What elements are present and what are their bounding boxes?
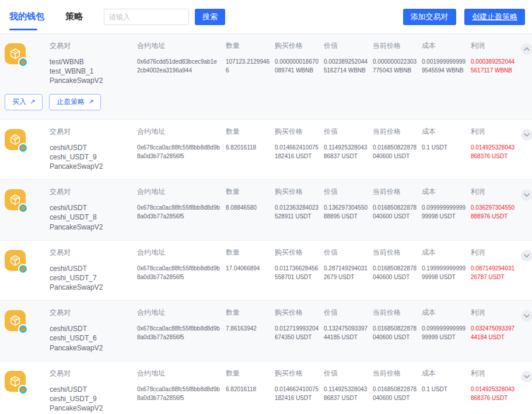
pair-row: 交易对 ceshi/USDT ceshi_USDT_9 PancakeSwapV… xyxy=(0,120,532,180)
row-expanded-actions: 买入 ↗ 止盈策略 ↗ xyxy=(5,94,527,119)
contract-address: 0x678cca0ac88fc55f8bb8d8d9b8a0d3b77a2856… xyxy=(137,264,220,281)
tab-strategy[interactable]: 策略 xyxy=(65,0,83,33)
amount-value: 6.82016118 xyxy=(226,143,271,152)
amount-column-label: 数量 xyxy=(226,41,271,51)
token-cube-icon xyxy=(5,43,26,64)
current-price-cell: 当前价格 0.016850822878040600 USDT xyxy=(373,305,422,342)
chevron-down-icon xyxy=(524,314,530,318)
value-column-label: 价值 xyxy=(324,187,369,197)
buy-price-column-label: 购买价格 xyxy=(275,368,320,378)
amount-column-label: 数量 xyxy=(226,248,271,258)
tab-my-wallet[interactable]: 我的钱包 xyxy=(9,0,44,33)
amount-cell: 数量 6.82016118 xyxy=(226,124,275,152)
token-cube-icon xyxy=(5,250,26,271)
cost-cell: 成本 0.09999999999999999 USDT xyxy=(422,305,471,342)
cost-cell: 成本 0.1 USDT xyxy=(422,366,471,394)
pair-row: 交易对 test/WBNB test_WBNB_1 PancakeSwapV2 … xyxy=(0,34,532,120)
expand-toggle-button[interactable] xyxy=(521,371,532,382)
buy-button-label: 买入 xyxy=(12,97,26,107)
value-column-label: 价值 xyxy=(324,127,369,137)
pair-dex: PancakeSwapV2 xyxy=(50,222,131,232)
pair-dex: PancakeSwapV2 xyxy=(50,403,131,413)
amount-value: 17.04066894 xyxy=(226,264,271,273)
buy-price-cell: 购买价格 0.012363284023528911 USDT xyxy=(275,185,324,221)
top-actions: 添加交易对 创建止盈策略 xyxy=(397,9,525,25)
value-value: 0.13247509339744185 USDT xyxy=(324,324,369,342)
amount-cell: 数量 8.08846580 xyxy=(226,185,275,212)
pair-row-main: 交易对 test/WBNB test_WBNB_1 PancakeSwapV2 … xyxy=(5,34,527,94)
chevron-down-icon xyxy=(524,133,530,137)
current-price-value: 0.016850822878040600 USDT xyxy=(373,385,418,402)
buy-price-value: 0.000000018670089741 WBNB xyxy=(275,57,320,75)
cost-cell: 成本 0.09999999999999998 USDT xyxy=(422,185,471,221)
external-link-arrow-icon: ↗ xyxy=(88,99,93,105)
profit-cell: 利润 0.014925328043868376 USDT xyxy=(471,366,520,402)
pair-column-label: 交易对 xyxy=(50,248,131,258)
value-value: 0.11492532804386837 USDT xyxy=(324,385,369,402)
current-price-column-label: 当前价格 xyxy=(373,248,418,258)
chevron-cell xyxy=(521,245,532,262)
pair-column-label: 交易对 xyxy=(50,41,131,51)
value-cell: 价值 0.0023892520445162714 WBNB xyxy=(324,39,373,75)
current-price-cell: 当前价格 0.016850822878040600 USDT xyxy=(373,366,422,402)
pair-row: 交易对 ceshi/USDT ceshi_USDT_7 PancakeSwapV… xyxy=(0,241,532,301)
pair-symbol: ceshi/USDT xyxy=(50,264,131,273)
cost-cell: 成本 0.19999999999999998 USDT xyxy=(422,245,471,281)
current-price-value: 0.016850822878040600 USDT xyxy=(373,143,418,161)
current-price-cell: 当前价格 0.016850822878040600 USDT xyxy=(373,124,422,161)
pair-symbol: ceshi/USDT xyxy=(50,324,131,333)
buy-price-value: 0.012363284023528911 USDT xyxy=(275,203,320,221)
current-price-value: 0.016850822878040600 USDT xyxy=(373,203,418,221)
chevron-cell xyxy=(521,185,532,201)
value-cell: 价值 0.11492532804386837 USDT xyxy=(324,124,373,161)
profit-value: 0.036297304550888976 USDT xyxy=(471,203,516,221)
profit-column-label: 利润 xyxy=(471,41,516,51)
contract-column-label: 合约地址 xyxy=(137,248,220,258)
search-button[interactable]: 搜索 xyxy=(195,9,225,25)
cost-value: 0.1 USDT xyxy=(422,143,467,152)
add-pair-button[interactable]: 添加交易对 xyxy=(403,9,456,25)
pair-row-main: 交易对 ceshi/USDT ceshi_USDT_6 PancakeSwapV… xyxy=(5,301,527,361)
pair-alias: ceshi_USDT_9 xyxy=(50,394,131,403)
expand-toggle-button[interactable] xyxy=(521,250,532,262)
cost-value: 0.09999999999999999 USDT xyxy=(422,324,467,342)
buy-price-value: 0.012719993204674350 USDT xyxy=(275,324,320,342)
contract-cell: 合约地址 0x678cca0ac88fc55f8bb8d8d9b8a0d3b77… xyxy=(137,124,226,161)
contract-column-label: 合约地址 xyxy=(137,127,220,137)
current-price-cell: 当前价格 0.016850822878040600 USDT xyxy=(373,185,422,221)
profit-value: 0.014925328043868376 USDT xyxy=(471,385,516,402)
buy-price-column-label: 购买价格 xyxy=(275,127,320,137)
expand-toggle-button[interactable] xyxy=(521,43,532,55)
buy-price-cell: 购买价格 0.014662410075182416 USDT xyxy=(275,124,324,161)
buy-price-column-label: 购买价格 xyxy=(275,248,320,258)
buy-button[interactable]: 买入 ↗ xyxy=(5,94,43,110)
create-take-profit-button[interactable]: 创建止盈策略 xyxy=(464,9,525,25)
take-profit-strategy-button[interactable]: 止盈策略 ↗ xyxy=(49,94,101,110)
expand-toggle-button[interactable] xyxy=(521,189,532,201)
search-input[interactable] xyxy=(104,9,189,25)
cost-value: 0.0019999999999545594 WBNB xyxy=(422,57,467,75)
current-price-cell: 当前价格 0.016850822878040600 USDT xyxy=(373,245,422,281)
buy-price-value: 0.014662410075182416 USDT xyxy=(275,385,320,402)
amount-value: 107123.21299466 xyxy=(226,57,271,75)
profit-cell: 利润 0.03247509339744184 USDT xyxy=(471,305,520,342)
contract-address: 0x678cca0ac88fc55f8bb8d8d9b8a0d3b77a2856… xyxy=(137,203,220,221)
chevron-down-icon xyxy=(524,254,530,258)
value-cell: 价值 0.11492532804386837 USDT xyxy=(324,366,373,402)
buy-price-value: 0.011736628456558701 USDT xyxy=(275,264,320,281)
chevron-down-icon xyxy=(524,193,530,197)
amount-column-label: 数量 xyxy=(226,187,271,197)
expand-toggle-button[interactable] xyxy=(521,310,532,322)
chevron-cell xyxy=(521,39,532,55)
profit-column-label: 利润 xyxy=(471,127,516,137)
profit-value: 0.03247509339744184 USDT xyxy=(471,324,516,342)
contract-cell: 合约地址 0x678cca0ac88fc55f8bb8d8d9b8a0d3b77… xyxy=(137,245,226,281)
chain-badge-icon xyxy=(18,143,28,153)
expand-toggle-button[interactable] xyxy=(521,129,532,141)
contract-address: 0x678cca0ac88fc55f8bb8d8d9b8a0d3b77a2856… xyxy=(137,385,220,402)
pair-alias: ceshi_USDT_8 xyxy=(50,213,131,222)
pair-column-label: 交易对 xyxy=(50,127,131,137)
value-column-label: 价值 xyxy=(324,368,369,378)
profit-cell: 利润 0.036297304550888976 USDT xyxy=(471,185,520,221)
token-cube-icon xyxy=(5,129,26,150)
